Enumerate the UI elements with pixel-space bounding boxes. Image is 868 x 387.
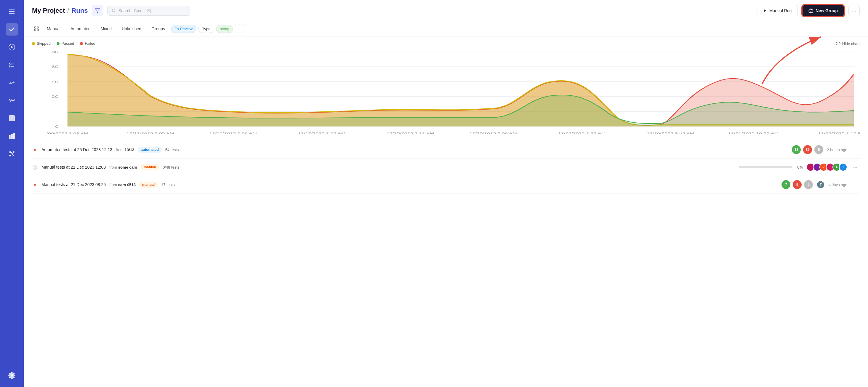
svg-text:12/21/2023 10:25 AM: 12/21/2023 10:25 AM [728,132,778,135]
svg-text:/08/2023 2:09 AM: /08/2023 2:09 AM [46,132,88,135]
sidebar-menu-icon[interactable] [6,5,18,18]
svg-marker-21 [764,9,766,12]
tab-groups[interactable]: Groups [147,24,169,33]
run-progress-container: 0% [739,165,803,170]
sidebar-settings-icon[interactable] [6,369,18,382]
passed-dot [57,42,60,45]
tab-filter-icon[interactable] [32,24,41,33]
run-time: 4 days ago [828,182,847,187]
filter-string[interactable]: string [216,25,233,33]
run-stats: 18 36 0 [792,145,823,154]
filter-to-review[interactable]: To Review [171,25,196,33]
runs-list: ● Automated tests at 25 Dec 2023 12:13 f… [24,138,868,387]
avatar: T [839,163,847,171]
filter-button[interactable] [92,5,103,16]
run-more-button[interactable]: ··· [851,145,860,154]
run-title: Manual tests at 21 Dec 2023 12:03 [41,165,106,170]
manual-run-button[interactable]: Manual Run [756,5,798,16]
more-options-button[interactable]: ... [848,5,860,16]
stat-passed: 18 [792,145,801,154]
breadcrumb-separator: / [67,7,69,14]
run-from: from some cars [109,165,137,170]
header: My Project / Runs Search [Cmd + K] Manua… [24,0,868,21]
search-input[interactable]: Search [Cmd + K] [118,8,151,13]
svg-text:80: 80 [51,50,59,54]
svg-text:12/17/2023 2:06 AM: 12/17/2023 2:06 AM [298,132,346,135]
svg-line-20 [115,11,116,12]
run-title: Automated tests at 25 Dec 2023 12:13 [41,147,112,152]
tab-more-button[interactable]: ... [235,25,245,33]
svg-rect-10 [9,136,10,139]
tab-mixed[interactable]: Mixed [97,24,116,33]
svg-rect-27 [34,29,36,31]
svg-marker-18 [95,8,100,13]
stat-failed: 36 [803,145,812,154]
run-from: from cars 0513 [109,182,136,187]
avatar: T [816,180,825,189]
hide-chart-button[interactable]: Hide chart [836,41,860,46]
sidebar-wave-icon[interactable] [6,94,18,107]
svg-rect-28 [37,29,38,31]
stat-passed: 7 [781,180,790,189]
new-group-button[interactable]: New Group [802,5,844,17]
breadcrumb: My Project / Runs [32,7,88,14]
run-row: ● Automated tests at 25 Dec 2023 12:13 f… [32,141,860,158]
progress-label: 0% [797,165,803,170]
svg-text:12/17/2023 2:06 AM: 12/17/2023 2:06 AM [209,132,257,135]
legend-passed: Passed [57,41,74,46]
run-time: 2 hours ago [827,148,847,152]
run-status-failed: ● [32,147,38,153]
sidebar-check-icon[interactable] [6,23,18,35]
skipped-label: Skipped [37,41,51,46]
tab-unfinished[interactable]: Unfinished [118,24,146,33]
main-content: My Project / Runs Search [Cmd + K] Manua… [24,0,868,387]
legend-failed: Failed [80,41,95,46]
sidebar-git-icon[interactable] [6,148,18,160]
tab-bar: Manual Automated Mixed Unfinished Groups… [24,21,868,36]
tab-automated[interactable]: Automated [66,24,95,33]
run-status-pending: ◎ [32,164,38,170]
run-row: ● Manual tests at 21 Dec 2023 08:25 from… [32,176,860,194]
search-box[interactable]: Search [Cmd + K] [107,6,190,16]
sidebar-list-check-icon[interactable] [6,59,18,71]
sidebar-chart-icon[interactable] [6,130,18,142]
run-badge-manual: manual [141,164,159,170]
svg-text:12/20/2023 9:43 AM: 12/20/2023 9:43 AM [647,132,694,135]
run-status-failed: ● [32,182,38,187]
sidebar-export-icon[interactable] [6,112,18,124]
svg-text:40: 40 [51,80,59,84]
svg-text:12/25/2023 2:22 AM: 12/25/2023 2:22 AM [386,132,434,135]
failed-label: Failed [85,41,95,46]
stat-skipped: 0 [814,145,823,154]
run-from: from 13/12 [116,148,134,152]
run-badge-manual: manual [139,182,158,187]
avatars-group: T [816,180,825,189]
svg-text:12/12/2023 2:05 AM: 12/12/2023 2:05 AM [126,132,174,135]
svg-rect-2 [9,13,14,13]
stat-skipped: 5 [804,180,813,189]
run-row: ◎ Manual tests at 21 Dec 2023 12:03 from… [32,158,860,176]
filter-type[interactable]: Type [198,25,214,33]
chart-legend: Skipped Passed Failed [32,41,860,46]
svg-text:60: 60 [51,65,59,69]
avatars-group: V A T [806,163,847,171]
svg-rect-1 [9,11,14,12]
run-tests: 54 tests [165,148,179,152]
sidebar-trend-icon[interactable] [6,77,18,89]
run-more-button[interactable]: ··· [851,180,860,189]
svg-text:12/25/2023 2:22 AM: 12/25/2023 2:22 AM [558,132,606,135]
hide-chart-label: Hide chart [842,41,860,46]
svg-text:12/25/2023 2:18 PM: 12/25/2023 2:18 PM [818,132,860,135]
new-group-label: New Group [815,8,838,13]
run-badge-automated: automated [138,147,162,153]
manual-run-label: Manual Run [769,8,792,13]
chart-svg: 80 60 40 20 0 /08/2023 2:09 AM 12/12/202… [32,49,860,138]
svg-rect-0 [9,9,14,10]
sidebar-play-icon[interactable] [6,41,18,53]
tab-manual[interactable]: Manual [43,24,65,33]
more-label: ... [852,7,856,13]
sidebar [0,0,24,387]
stat-failed: 5 [793,180,802,189]
svg-point-14 [9,155,11,156]
run-more-button[interactable]: ··· [851,163,860,172]
